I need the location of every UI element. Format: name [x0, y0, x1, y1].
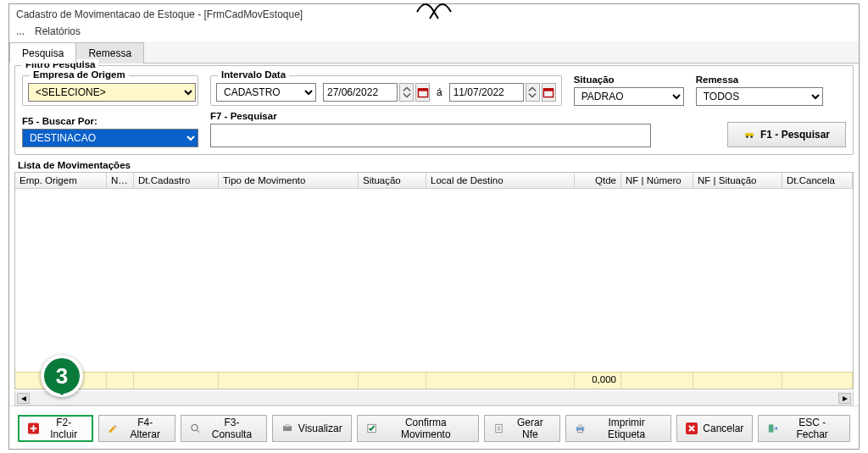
consulta-label: F3-Consulta	[206, 417, 258, 440]
consulta-button[interactable]: F3-Consulta	[181, 415, 267, 442]
visualizar-button[interactable]: Visualizar	[272, 415, 352, 442]
confirma-label: Confirma Movimento	[382, 417, 470, 440]
col-tipo-mov[interactable]: Tipo de Movimento	[219, 173, 359, 188]
remessa-label: Remessa	[696, 75, 823, 85]
situacao-select[interactable]: PADRAO	[574, 87, 684, 106]
fechar-label: ESC - Fechar	[783, 417, 841, 440]
date-to-calendar-icon[interactable]	[542, 83, 556, 102]
menu-more[interactable]: ...	[16, 25, 25, 37]
svg-rect-1	[418, 89, 427, 91]
plus-icon	[28, 423, 39, 434]
visualizar-label: Visualizar	[298, 423, 342, 434]
remessa-select[interactable]: TODOS	[696, 87, 823, 106]
confirm-icon	[366, 423, 377, 434]
imprimir-etiqueta-button[interactable]: Imprimir Etiqueta	[565, 415, 672, 442]
cancel-icon	[686, 423, 698, 434]
window-title: Cadastro de Movimentacao de Estoque - [F…	[9, 4, 859, 25]
pesquisar-label: F7 - Pesquisar	[210, 111, 715, 121]
pesquisar-button-label: F1 - Pesquisar	[760, 129, 830, 141]
date-separator: á	[437, 86, 442, 98]
svg-rect-14	[578, 430, 583, 433]
svg-rect-16	[769, 424, 774, 432]
empresa-origem-fieldset: Empresa de Origem <SELECIONE>	[22, 75, 198, 106]
date-from-spinner-icon[interactable]	[399, 83, 414, 102]
col-qtde[interactable]: Qtde	[575, 173, 621, 188]
window: Cadastro de Movimentacao de Estoque - [F…	[8, 3, 860, 450]
menubar: ... Relatórios	[9, 25, 859, 41]
svg-point-4	[746, 135, 748, 138]
date-from-calendar-icon[interactable]	[415, 83, 430, 102]
cancelar-label: Cancelar	[703, 423, 743, 434]
col-emp-origem[interactable]: Emp. Origem	[15, 173, 107, 188]
col-nf-situacao[interactable]: NF | Situação	[693, 173, 782, 188]
col-ndoc[interactable]: Nº Doc.	[107, 173, 134, 188]
car-icon	[743, 129, 755, 141]
table-area: Lista de Movimentações Emp. Origem Nº Do…	[14, 160, 854, 389]
grid-footer: 0,000	[15, 372, 853, 389]
col-local-destino[interactable]: Local de Destino	[426, 173, 575, 188]
gerarnfe-label: Gerar Nfe	[509, 417, 551, 440]
printer-icon	[575, 423, 586, 434]
horizontal-scrollbar[interactable]: ◂ ▸	[14, 391, 854, 406]
date-from-input[interactable]	[323, 83, 398, 102]
tab-strip: Pesquisa Remessa	[9, 41, 859, 64]
menu-reports[interactable]: Relatórios	[35, 25, 81, 37]
buscar-por-select[interactable]: DESTINACAO	[22, 129, 198, 147]
confirma-movimento-button[interactable]: Confirma Movimento	[357, 415, 479, 442]
situacao-label: Situação	[574, 75, 684, 85]
intervalo-data-label: Intervalo Data	[218, 69, 289, 80]
footer-toolbar: F2-Incluir F4-Alterar F3-Consulta Visual…	[9, 406, 859, 449]
date-to-input[interactable]	[449, 83, 524, 102]
imprimir-label: Imprimir Etiqueta	[591, 417, 662, 440]
cancelar-button[interactable]: Cancelar	[676, 415, 753, 442]
pesquisar-input[interactable]	[210, 124, 651, 147]
gerar-nfe-button[interactable]: Gerar Nfe	[484, 415, 560, 442]
col-nf-numero[interactable]: NF | Número	[621, 173, 693, 188]
pesquisar-button[interactable]: F1 - Pesquisar	[727, 122, 846, 147]
fechar-button[interactable]: ESC - Fechar	[758, 415, 850, 442]
edit-icon	[108, 423, 119, 434]
svg-rect-9	[285, 424, 290, 427]
incluir-button[interactable]: F2-Incluir	[18, 415, 93, 442]
svg-point-5	[750, 135, 753, 138]
data-grid[interactable]: Emp. Origem Nº Doc. Dt.Cadastro Tipo de …	[14, 172, 854, 389]
document-icon	[493, 423, 504, 434]
search-icon	[190, 423, 201, 434]
col-dt-cancela[interactable]: Dt.Cancela	[782, 173, 853, 188]
grid-header: Emp. Origem Nº Doc. Dt.Cadastro Tipo de …	[15, 173, 853, 189]
scroll-right-icon[interactable]: ▸	[838, 393, 851, 404]
print-preview-icon	[281, 423, 293, 434]
table-title: Lista de Movimentações	[18, 160, 854, 170]
svg-rect-13	[578, 424, 583, 428]
empresa-origem-label: Empresa de Origem	[30, 69, 129, 80]
scroll-left-icon[interactable]: ◂	[17, 393, 30, 404]
date-to-spinner-icon[interactable]	[526, 83, 540, 102]
tab-pesquisa[interactable]: Pesquisa	[9, 42, 76, 64]
empresa-origem-select[interactable]: <SELECIONE>	[28, 83, 196, 102]
door-exit-icon	[767, 423, 778, 434]
grid-body	[15, 189, 853, 372]
col-situacao[interactable]: Situação	[359, 173, 426, 188]
annotation-marker-3: 3	[41, 355, 83, 397]
incluir-label: F2-Incluir	[44, 417, 83, 440]
svg-rect-3	[544, 89, 554, 91]
intervalo-tipo-select[interactable]: CADASTRO	[216, 83, 316, 102]
intervalo-data-fieldset: Intervalo Data CADASTRO á	[210, 75, 562, 106]
col-dtcadastro[interactable]: Dt.Cadastro	[134, 173, 219, 188]
footer-qtde: 0,000	[575, 373, 621, 389]
alterar-label: F4-Alterar	[124, 417, 166, 440]
svg-point-7	[192, 424, 198, 430]
alterar-button[interactable]: F4-Alterar	[98, 415, 175, 442]
buscar-por-label: F5 - Buscar Por:	[22, 116, 198, 126]
filter-panel: Filtro Pesquisa Empresa de Origem <SELEC…	[14, 65, 854, 155]
